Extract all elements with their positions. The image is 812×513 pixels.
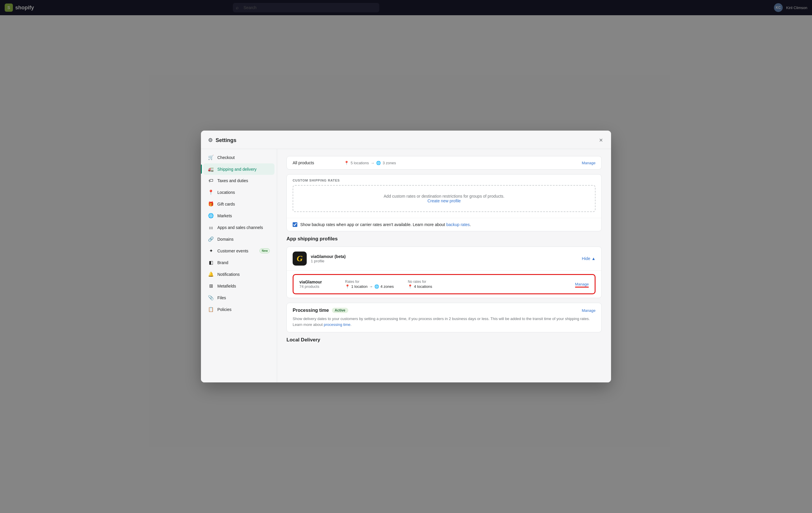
- modal-backdrop: ⚙ Settings × 🛒 Checkout 🚛 Shipping and d…: [0, 0, 812, 15]
